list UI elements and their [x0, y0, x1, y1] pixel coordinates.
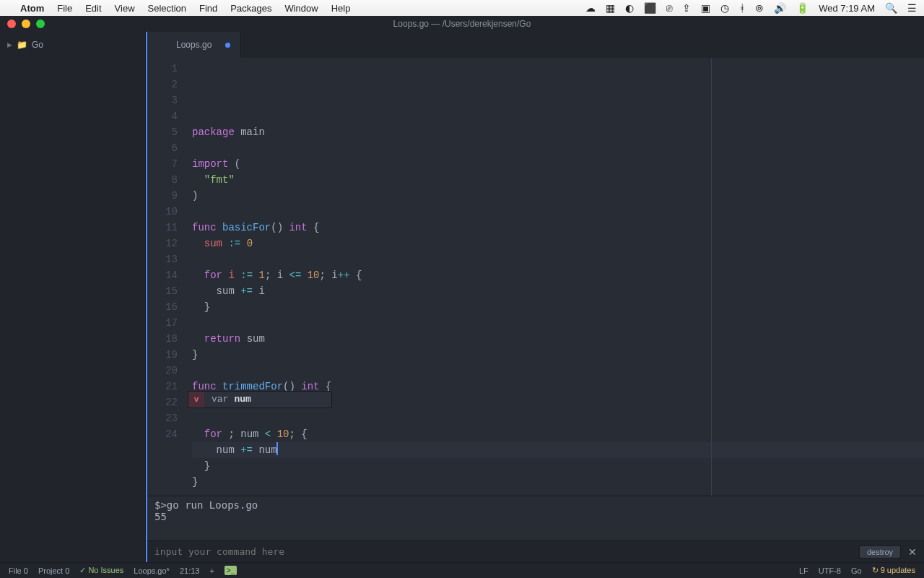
- line-number: 22: [147, 394, 178, 410]
- code-line[interactable]: [192, 251, 924, 267]
- line-number: 9: [147, 188, 178, 204]
- box-icon[interactable]: ▣: [701, 2, 710, 14]
- editor-area: Loops.go 1234567891011121314151617181920…: [146, 32, 924, 562]
- code-line[interactable]: for i := 1; i <= 10; i++ {: [192, 267, 924, 283]
- line-number: 15: [147, 283, 178, 299]
- folder-icon: 📁: [17, 40, 27, 50]
- code-line[interactable]: [192, 363, 924, 379]
- status-terminal-icon[interactable]: >_: [225, 566, 237, 575]
- spotlight-icon[interactable]: 🔍: [885, 2, 897, 14]
- mac-menubar: Atom File Edit View Selection Find Packa…: [0, 0, 924, 16]
- status-updates[interactable]: ↻ 9 updates: [872, 566, 915, 575]
- code-line[interactable]: sum += i: [192, 283, 924, 299]
- terminal-output[interactable]: $>go run Loops.go 55: [147, 496, 924, 540]
- timer-icon[interactable]: ◷: [720, 2, 729, 14]
- status-add-icon[interactable]: +: [209, 566, 214, 575]
- terminal-prompt-line: $>go run Loops.go: [154, 499, 917, 511]
- menu-help[interactable]: Help: [331, 3, 351, 14]
- terminal-destroy-button[interactable]: destroy: [859, 545, 901, 558]
- code-line[interactable]: sum := 0: [192, 236, 924, 251]
- menubar-clock[interactable]: Wed 7:19 AM: [819, 3, 875, 14]
- code-line[interactable]: ): [192, 188, 924, 204]
- autocomplete-kind-badge: v: [188, 392, 204, 407]
- line-number: 21: [147, 379, 178, 394]
- text-editor[interactable]: 123456789101112131415161718192021222324 …: [147, 58, 924, 496]
- code-line[interactable]: }: [192, 347, 924, 363]
- status-project[interactable]: Project 0: [38, 566, 69, 575]
- code-line[interactable]: [192, 140, 924, 156]
- menubar-app-name[interactable]: Atom: [20, 3, 44, 14]
- line-number: 20: [147, 363, 178, 379]
- code-line[interactable]: return sum: [192, 331, 924, 347]
- menu-find[interactable]: Find: [199, 3, 217, 14]
- cloud-icon[interactable]: ☁: [585, 2, 596, 14]
- code-line[interactable]: package main: [192, 124, 924, 140]
- line-number: 4: [147, 108, 178, 124]
- status-issues[interactable]: ✓ No Issues: [79, 566, 123, 575]
- code-line[interactable]: [192, 410, 924, 426]
- line-number: 13: [147, 251, 178, 267]
- status-line-ending[interactable]: LF: [799, 566, 808, 575]
- wifi-icon[interactable]: ⊚: [755, 2, 764, 14]
- line-number: 18: [147, 331, 178, 347]
- notifications-icon[interactable]: ☰: [907, 2, 917, 14]
- menu-edit[interactable]: Edit: [85, 3, 101, 14]
- line-number: 1: [147, 61, 178, 77]
- tab-bar: Loops.go: [147, 32, 924, 58]
- text-cursor: [276, 442, 278, 455]
- code-line[interactable]: "fmt": [192, 172, 924, 188]
- chevron-right-icon: ▶: [7, 41, 12, 48]
- code-line[interactable]: }: [192, 474, 924, 490]
- line-number: 10: [147, 204, 178, 220]
- tree-root-folder[interactable]: ▶ 📁 Go: [0, 38, 145, 52]
- menu-window[interactable]: Window: [284, 3, 318, 14]
- status-filename[interactable]: Loops.go*: [134, 566, 170, 575]
- code-content[interactable]: v var num package mainimport ( "fmt")fun…: [188, 58, 924, 496]
- line-number: 8: [147, 172, 178, 188]
- line-number: 17: [147, 315, 178, 331]
- status-file[interactable]: File 0: [9, 566, 28, 575]
- line-number: 5: [147, 124, 178, 140]
- screen-icon[interactable]: ⎚: [666, 2, 672, 14]
- tab-loops-go[interactable]: Loops.go: [147, 32, 241, 58]
- menu-file[interactable]: File: [57, 3, 72, 14]
- status-encoding[interactable]: UTF-8: [819, 566, 841, 575]
- volume-icon[interactable]: 🔊: [774, 2, 786, 14]
- line-number: 19: [147, 347, 178, 363]
- bluetooth-icon[interactable]: ᚼ: [739, 2, 745, 14]
- tray-icon[interactable]: ▦: [606, 2, 615, 14]
- code-line[interactable]: for ; num < 10; {: [192, 426, 924, 442]
- battery-icon[interactable]: 🔋: [796, 2, 808, 14]
- adobe-icon[interactable]: ⬛: [644, 2, 656, 14]
- status-cursor-pos[interactable]: 21:13: [180, 566, 200, 575]
- window-zoom-button[interactable]: [36, 20, 45, 28]
- tree-root-label: Go: [32, 40, 43, 50]
- code-line[interactable]: [192, 315, 924, 331]
- code-line[interactable]: [192, 490, 924, 496]
- menu-selection[interactable]: Selection: [148, 3, 186, 14]
- code-line[interactable]: func basicFor() int {: [192, 220, 924, 236]
- code-line[interactable]: }: [192, 458, 924, 474]
- line-number: 2: [147, 77, 178, 92]
- window-close-button[interactable]: [7, 20, 16, 28]
- line-number: 23: [147, 410, 178, 426]
- cc-icon[interactable]: ◐: [625, 2, 634, 14]
- status-language[interactable]: Go: [851, 566, 862, 575]
- autocomplete-left: var: [212, 392, 228, 407]
- tab-label: Loops.go: [176, 40, 212, 50]
- window-minimize-button[interactable]: [22, 20, 30, 28]
- line-number-gutter: 123456789101112131415161718192021222324: [147, 58, 188, 496]
- dropbox-icon[interactable]: ⇪: [682, 2, 691, 14]
- menu-view[interactable]: View: [115, 3, 135, 14]
- status-bar: File 0 Project 0 ✓ No Issues Loops.go* 2…: [0, 562, 924, 578]
- line-number: 11: [147, 220, 178, 236]
- terminal-close-icon[interactable]: ✕: [908, 546, 917, 558]
- menu-packages[interactable]: Packages: [230, 3, 271, 14]
- code-line[interactable]: import (: [192, 156, 924, 172]
- code-line[interactable]: [192, 204, 924, 220]
- wrap-guide: [711, 58, 712, 496]
- code-line[interactable]: }: [192, 299, 924, 315]
- autocomplete-popup[interactable]: v var num: [188, 391, 332, 408]
- terminal-input[interactable]: [154, 546, 859, 557]
- code-line[interactable]: num += num: [192, 442, 924, 458]
